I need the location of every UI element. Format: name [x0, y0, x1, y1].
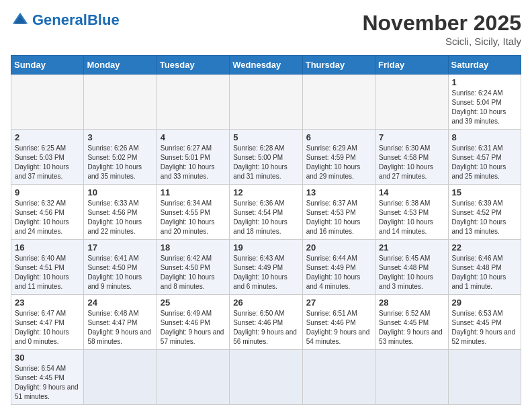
day-number: 16	[15, 242, 80, 253]
day-info: Sunrise: 6:39 AM Sunset: 4:52 PM Dayligh…	[452, 199, 517, 236]
calendar-day-cell	[157, 75, 229, 130]
day-info: Sunrise: 6:46 AM Sunset: 4:48 PM Dayligh…	[452, 254, 517, 291]
day-number: 3	[87, 132, 152, 142]
day-number: 30	[15, 353, 80, 363]
calendar-week-row: 2Sunrise: 6:25 AM Sunset: 5:03 PM Daylig…	[11, 130, 521, 185]
calendar-day-cell: 22Sunrise: 6:46 AM Sunset: 4:48 PM Dayli…	[448, 240, 521, 295]
day-info: Sunrise: 6:44 AM Sunset: 4:49 PM Dayligh…	[306, 254, 371, 291]
day-info: Sunrise: 6:33 AM Sunset: 4:56 PM Dayligh…	[87, 199, 152, 236]
day-number: 6	[306, 132, 371, 142]
day-number: 28	[379, 298, 444, 308]
day-info: Sunrise: 6:54 AM Sunset: 4:45 PM Dayligh…	[15, 364, 80, 402]
calendar-day-cell: 11Sunrise: 6:34 AM Sunset: 4:55 PM Dayli…	[157, 185, 229, 240]
day-number: 18	[161, 242, 226, 253]
calendar-week-row: 23Sunrise: 6:47 AM Sunset: 4:47 PM Dayli…	[11, 295, 521, 350]
calendar-day-cell: 3Sunrise: 6:26 AM Sunset: 5:02 PM Daylig…	[84, 130, 157, 185]
calendar-day-cell: 1Sunrise: 6:24 AM Sunset: 5:04 PM Daylig…	[448, 75, 521, 130]
calendar-day-cell	[230, 350, 302, 405]
calendar-day-cell: 27Sunrise: 6:51 AM Sunset: 4:46 PM Dayli…	[302, 295, 375, 350]
day-number: 24	[87, 298, 152, 308]
day-info: Sunrise: 6:31 AM Sunset: 4:57 PM Dayligh…	[452, 144, 517, 181]
title-block: November 2025 Scicli, Sicily, Italy	[362, 11, 521, 47]
day-number: 23	[15, 298, 80, 308]
calendar-day-cell	[375, 75, 448, 130]
day-info: Sunrise: 6:24 AM Sunset: 5:04 PM Dayligh…	[452, 89, 517, 126]
calendar-day-cell: 9Sunrise: 6:32 AM Sunset: 4:56 PM Daylig…	[11, 185, 84, 240]
day-number: 26	[233, 298, 298, 308]
weekday-header: Friday	[375, 56, 448, 75]
day-info: Sunrise: 6:48 AM Sunset: 4:47 PM Dayligh…	[87, 309, 152, 347]
calendar-day-cell	[84, 75, 157, 130]
day-info: Sunrise: 6:50 AM Sunset: 4:46 PM Dayligh…	[233, 309, 298, 347]
calendar-day-cell: 24Sunrise: 6:48 AM Sunset: 4:47 PM Dayli…	[84, 295, 157, 350]
calendar-day-cell: 8Sunrise: 6:31 AM Sunset: 4:57 PM Daylig…	[448, 130, 521, 185]
calendar-day-cell: 21Sunrise: 6:45 AM Sunset: 4:48 PM Dayli…	[375, 240, 448, 295]
day-number: 27	[306, 298, 371, 308]
calendar-day-cell	[230, 75, 302, 130]
day-number: 25	[161, 298, 226, 308]
calendar-day-cell	[11, 75, 84, 130]
calendar-week-row: 30Sunrise: 6:54 AM Sunset: 4:45 PM Dayli…	[11, 350, 521, 405]
day-info: Sunrise: 6:25 AM Sunset: 5:03 PM Dayligh…	[15, 144, 80, 181]
calendar-day-cell: 6Sunrise: 6:29 AM Sunset: 4:59 PM Daylig…	[302, 130, 375, 185]
calendar-week-row: 1Sunrise: 6:24 AM Sunset: 5:04 PM Daylig…	[11, 75, 521, 130]
day-info: Sunrise: 6:34 AM Sunset: 4:55 PM Dayligh…	[161, 199, 226, 236]
weekday-header: Tuesday	[157, 56, 229, 75]
day-number: 21	[379, 242, 444, 253]
weekday-header: Monday	[84, 56, 157, 75]
day-number: 4	[161, 132, 226, 142]
day-info: Sunrise: 6:47 AM Sunset: 4:47 PM Dayligh…	[15, 309, 80, 347]
day-number: 2	[15, 132, 80, 142]
day-number: 10	[87, 187, 152, 197]
day-number: 1	[452, 77, 517, 87]
logo-text: GeneralBlue	[32, 13, 120, 28]
calendar-day-cell: 26Sunrise: 6:50 AM Sunset: 4:46 PM Dayli…	[230, 295, 302, 350]
day-info: Sunrise: 6:53 AM Sunset: 4:45 PM Dayligh…	[452, 309, 517, 347]
calendar-day-cell: 7Sunrise: 6:30 AM Sunset: 4:58 PM Daylig…	[375, 130, 448, 185]
location: Scicli, Sicily, Italy	[362, 36, 521, 47]
weekday-header: Saturday	[448, 56, 521, 75]
calendar-day-cell	[302, 75, 375, 130]
day-info: Sunrise: 6:32 AM Sunset: 4:56 PM Dayligh…	[15, 199, 80, 236]
calendar-day-cell: 25Sunrise: 6:49 AM Sunset: 4:46 PM Dayli…	[157, 295, 229, 350]
weekday-header: Wednesday	[230, 56, 302, 75]
calendar-day-cell	[84, 350, 157, 405]
calendar-day-cell: 10Sunrise: 6:33 AM Sunset: 4:56 PM Dayli…	[84, 185, 157, 240]
calendar-day-cell: 4Sunrise: 6:27 AM Sunset: 5:01 PM Daylig…	[157, 130, 229, 185]
day-info: Sunrise: 6:37 AM Sunset: 4:53 PM Dayligh…	[306, 199, 371, 236]
calendar-week-row: 16Sunrise: 6:40 AM Sunset: 4:51 PM Dayli…	[11, 240, 521, 295]
day-number: 13	[306, 187, 371, 197]
day-number: 14	[379, 187, 444, 197]
day-number: 9	[15, 187, 80, 197]
calendar-day-cell: 30Sunrise: 6:54 AM Sunset: 4:45 PM Dayli…	[11, 350, 84, 405]
calendar-day-cell: 14Sunrise: 6:38 AM Sunset: 4:53 PM Dayli…	[375, 185, 448, 240]
weekday-header: Sunday	[11, 56, 84, 75]
calendar-day-cell	[302, 350, 375, 405]
calendar-day-cell	[157, 350, 229, 405]
day-number: 5	[233, 132, 298, 142]
calendar-day-cell	[375, 350, 448, 405]
calendar-day-cell: 16Sunrise: 6:40 AM Sunset: 4:51 PM Dayli…	[11, 240, 84, 295]
day-info: Sunrise: 6:40 AM Sunset: 4:51 PM Dayligh…	[15, 254, 80, 291]
calendar-day-cell: 17Sunrise: 6:41 AM Sunset: 4:50 PM Dayli…	[84, 240, 157, 295]
day-info: Sunrise: 6:26 AM Sunset: 5:02 PM Dayligh…	[87, 144, 152, 181]
weekday-header: Thursday	[302, 56, 375, 75]
day-number: 7	[379, 132, 444, 142]
day-number: 17	[87, 242, 152, 253]
day-number: 19	[233, 242, 298, 253]
day-info: Sunrise: 6:52 AM Sunset: 4:45 PM Dayligh…	[379, 309, 444, 347]
calendar-day-cell: 5Sunrise: 6:28 AM Sunset: 5:00 PM Daylig…	[230, 130, 302, 185]
weekday-header-row: SundayMondayTuesdayWednesdayThursdayFrid…	[11, 56, 521, 75]
day-info: Sunrise: 6:27 AM Sunset: 5:01 PM Dayligh…	[161, 144, 226, 181]
day-number: 20	[306, 242, 371, 253]
calendar-week-row: 9Sunrise: 6:32 AM Sunset: 4:56 PM Daylig…	[11, 185, 521, 240]
page-header: GeneralBlue November 2025 Scicli, Sicily…	[11, 11, 521, 47]
calendar-day-cell	[448, 350, 521, 405]
day-number: 15	[452, 187, 517, 197]
calendar-day-cell: 18Sunrise: 6:42 AM Sunset: 4:50 PM Dayli…	[157, 240, 229, 295]
calendar-day-cell: 23Sunrise: 6:47 AM Sunset: 4:47 PM Dayli…	[11, 295, 84, 350]
day-info: Sunrise: 6:38 AM Sunset: 4:53 PM Dayligh…	[379, 199, 444, 236]
calendar-day-cell: 13Sunrise: 6:37 AM Sunset: 4:53 PM Dayli…	[302, 185, 375, 240]
day-number: 29	[452, 298, 517, 308]
day-info: Sunrise: 6:30 AM Sunset: 4:58 PM Dayligh…	[379, 144, 444, 181]
